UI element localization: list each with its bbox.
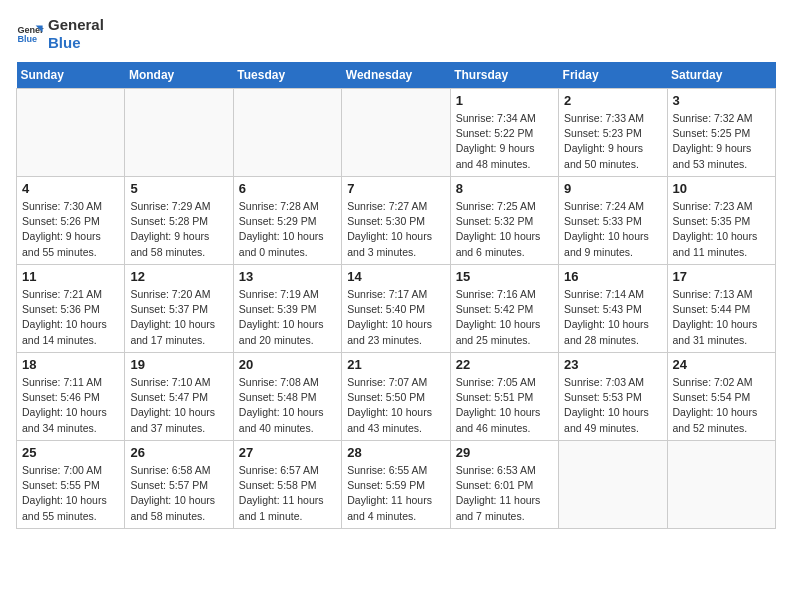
weekday-header-thursday: Thursday [450, 62, 558, 89]
calendar-cell: 11Sunrise: 7:21 AMSunset: 5:36 PMDayligh… [17, 265, 125, 353]
logo-blue: Blue [48, 34, 81, 51]
calendar-body: 1Sunrise: 7:34 AMSunset: 5:22 PMDaylight… [17, 89, 776, 529]
day-number: 16 [564, 269, 661, 284]
day-number: 1 [456, 93, 553, 108]
day-info: Sunrise: 6:55 AMSunset: 5:59 PMDaylight:… [347, 463, 444, 524]
calendar-cell: 6Sunrise: 7:28 AMSunset: 5:29 PMDaylight… [233, 177, 341, 265]
calendar-header: SundayMondayTuesdayWednesdayThursdayFrid… [17, 62, 776, 89]
day-number: 5 [130, 181, 227, 196]
day-number: 26 [130, 445, 227, 460]
day-number: 23 [564, 357, 661, 372]
calendar-cell: 5Sunrise: 7:29 AMSunset: 5:28 PMDaylight… [125, 177, 233, 265]
calendar-cell [17, 89, 125, 177]
day-number: 2 [564, 93, 661, 108]
day-number: 10 [673, 181, 770, 196]
day-info: Sunrise: 7:33 AMSunset: 5:23 PMDaylight:… [564, 111, 661, 172]
day-info: Sunrise: 7:32 AMSunset: 5:25 PMDaylight:… [673, 111, 770, 172]
day-number: 6 [239, 181, 336, 196]
day-info: Sunrise: 7:20 AMSunset: 5:37 PMDaylight:… [130, 287, 227, 348]
logo: General Blue General Blue [16, 16, 104, 52]
day-info: Sunrise: 6:57 AMSunset: 5:58 PMDaylight:… [239, 463, 336, 524]
day-info: Sunrise: 7:30 AMSunset: 5:26 PMDaylight:… [22, 199, 119, 260]
calendar-cell: 14Sunrise: 7:17 AMSunset: 5:40 PMDayligh… [342, 265, 450, 353]
weekday-header-monday: Monday [125, 62, 233, 89]
day-number: 21 [347, 357, 444, 372]
day-info: Sunrise: 6:58 AMSunset: 5:57 PMDaylight:… [130, 463, 227, 524]
day-number: 29 [456, 445, 553, 460]
svg-text:Blue: Blue [17, 34, 37, 44]
calendar-cell: 28Sunrise: 6:55 AMSunset: 5:59 PMDayligh… [342, 441, 450, 529]
weekday-header-friday: Friday [559, 62, 667, 89]
calendar-cell: 9Sunrise: 7:24 AMSunset: 5:33 PMDaylight… [559, 177, 667, 265]
day-info: Sunrise: 7:34 AMSunset: 5:22 PMDaylight:… [456, 111, 553, 172]
calendar-cell: 16Sunrise: 7:14 AMSunset: 5:43 PMDayligh… [559, 265, 667, 353]
day-info: Sunrise: 7:08 AMSunset: 5:48 PMDaylight:… [239, 375, 336, 436]
day-info: Sunrise: 7:19 AMSunset: 5:39 PMDaylight:… [239, 287, 336, 348]
calendar-cell: 8Sunrise: 7:25 AMSunset: 5:32 PMDaylight… [450, 177, 558, 265]
day-info: Sunrise: 6:53 AMSunset: 6:01 PMDaylight:… [456, 463, 553, 524]
logo-general: General [48, 16, 104, 33]
day-info: Sunrise: 7:14 AMSunset: 5:43 PMDaylight:… [564, 287, 661, 348]
day-number: 27 [239, 445, 336, 460]
week-row-3: 11Sunrise: 7:21 AMSunset: 5:36 PMDayligh… [17, 265, 776, 353]
calendar-cell: 25Sunrise: 7:00 AMSunset: 5:55 PMDayligh… [17, 441, 125, 529]
weekday-row: SundayMondayTuesdayWednesdayThursdayFrid… [17, 62, 776, 89]
calendar-cell: 23Sunrise: 7:03 AMSunset: 5:53 PMDayligh… [559, 353, 667, 441]
calendar-cell [667, 441, 775, 529]
day-number: 14 [347, 269, 444, 284]
day-number: 9 [564, 181, 661, 196]
calendar-cell: 20Sunrise: 7:08 AMSunset: 5:48 PMDayligh… [233, 353, 341, 441]
calendar-cell: 4Sunrise: 7:30 AMSunset: 5:26 PMDaylight… [17, 177, 125, 265]
day-number: 8 [456, 181, 553, 196]
calendar-cell: 24Sunrise: 7:02 AMSunset: 5:54 PMDayligh… [667, 353, 775, 441]
calendar-cell: 18Sunrise: 7:11 AMSunset: 5:46 PMDayligh… [17, 353, 125, 441]
day-number: 24 [673, 357, 770, 372]
calendar-cell: 15Sunrise: 7:16 AMSunset: 5:42 PMDayligh… [450, 265, 558, 353]
day-info: Sunrise: 7:17 AMSunset: 5:40 PMDaylight:… [347, 287, 444, 348]
day-number: 19 [130, 357, 227, 372]
day-number: 3 [673, 93, 770, 108]
day-info: Sunrise: 7:00 AMSunset: 5:55 PMDaylight:… [22, 463, 119, 524]
calendar-cell [559, 441, 667, 529]
day-info: Sunrise: 7:02 AMSunset: 5:54 PMDaylight:… [673, 375, 770, 436]
day-number: 20 [239, 357, 336, 372]
page-header: General Blue General Blue [16, 16, 776, 52]
day-number: 22 [456, 357, 553, 372]
day-info: Sunrise: 7:21 AMSunset: 5:36 PMDaylight:… [22, 287, 119, 348]
calendar-cell: 12Sunrise: 7:20 AMSunset: 5:37 PMDayligh… [125, 265, 233, 353]
calendar-cell [125, 89, 233, 177]
calendar-cell: 29Sunrise: 6:53 AMSunset: 6:01 PMDayligh… [450, 441, 558, 529]
week-row-1: 1Sunrise: 7:34 AMSunset: 5:22 PMDaylight… [17, 89, 776, 177]
day-number: 12 [130, 269, 227, 284]
calendar-cell: 21Sunrise: 7:07 AMSunset: 5:50 PMDayligh… [342, 353, 450, 441]
day-info: Sunrise: 7:16 AMSunset: 5:42 PMDaylight:… [456, 287, 553, 348]
calendar-cell: 26Sunrise: 6:58 AMSunset: 5:57 PMDayligh… [125, 441, 233, 529]
week-row-5: 25Sunrise: 7:00 AMSunset: 5:55 PMDayligh… [17, 441, 776, 529]
day-info: Sunrise: 7:23 AMSunset: 5:35 PMDaylight:… [673, 199, 770, 260]
calendar-cell: 10Sunrise: 7:23 AMSunset: 5:35 PMDayligh… [667, 177, 775, 265]
day-number: 4 [22, 181, 119, 196]
day-number: 18 [22, 357, 119, 372]
calendar-cell: 1Sunrise: 7:34 AMSunset: 5:22 PMDaylight… [450, 89, 558, 177]
weekday-header-saturday: Saturday [667, 62, 775, 89]
day-info: Sunrise: 7:28 AMSunset: 5:29 PMDaylight:… [239, 199, 336, 260]
week-row-4: 18Sunrise: 7:11 AMSunset: 5:46 PMDayligh… [17, 353, 776, 441]
day-number: 25 [22, 445, 119, 460]
calendar-cell [233, 89, 341, 177]
day-info: Sunrise: 7:27 AMSunset: 5:30 PMDaylight:… [347, 199, 444, 260]
calendar-cell: 19Sunrise: 7:10 AMSunset: 5:47 PMDayligh… [125, 353, 233, 441]
day-number: 17 [673, 269, 770, 284]
day-number: 7 [347, 181, 444, 196]
calendar-cell [342, 89, 450, 177]
day-info: Sunrise: 7:10 AMSunset: 5:47 PMDaylight:… [130, 375, 227, 436]
day-info: Sunrise: 7:24 AMSunset: 5:33 PMDaylight:… [564, 199, 661, 260]
day-info: Sunrise: 7:05 AMSunset: 5:51 PMDaylight:… [456, 375, 553, 436]
calendar-cell: 13Sunrise: 7:19 AMSunset: 5:39 PMDayligh… [233, 265, 341, 353]
week-row-2: 4Sunrise: 7:30 AMSunset: 5:26 PMDaylight… [17, 177, 776, 265]
calendar-table: SundayMondayTuesdayWednesdayThursdayFrid… [16, 62, 776, 529]
calendar-cell: 27Sunrise: 6:57 AMSunset: 5:58 PMDayligh… [233, 441, 341, 529]
day-number: 28 [347, 445, 444, 460]
calendar-cell: 7Sunrise: 7:27 AMSunset: 5:30 PMDaylight… [342, 177, 450, 265]
weekday-header-wednesday: Wednesday [342, 62, 450, 89]
day-info: Sunrise: 7:07 AMSunset: 5:50 PMDaylight:… [347, 375, 444, 436]
